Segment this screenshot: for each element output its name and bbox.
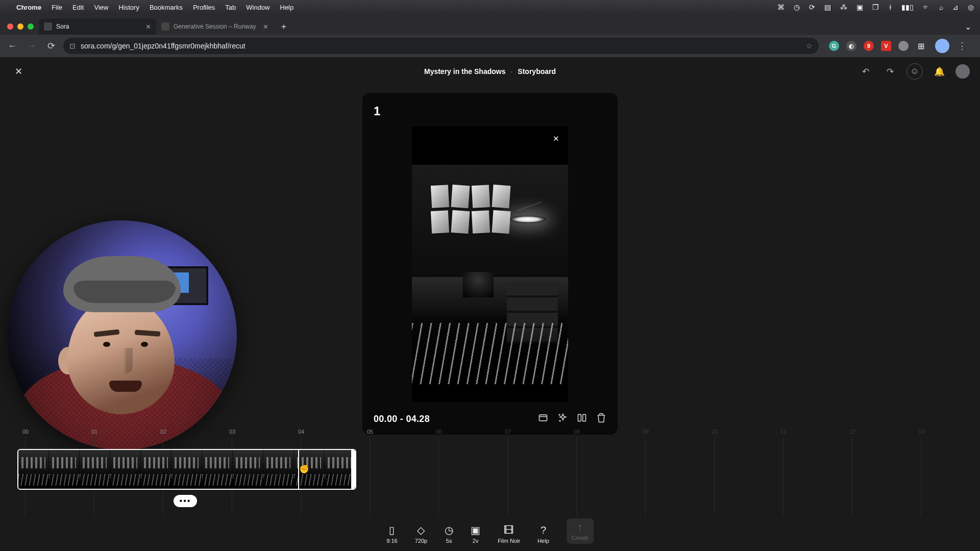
- clip-trim-handle-right[interactable]: [351, 450, 355, 489]
- nav-back-button[interactable]: ←: [5, 39, 19, 53]
- tab-close-icon[interactable]: ✕: [145, 23, 151, 31]
- card-enhance-button[interactable]: [557, 413, 568, 425]
- comments-button[interactable]: ☺: [906, 63, 923, 80]
- card-timecode: 00.00 - 04.28: [374, 414, 430, 424]
- menu-window[interactable]: Window: [246, 4, 270, 11]
- menu-help[interactable]: Help: [280, 4, 294, 11]
- close-editor-button[interactable]: ✕: [10, 63, 27, 80]
- resolution-button[interactable]: ◇ 720p: [415, 524, 427, 544]
- ruler-tick: 04: [298, 429, 304, 435]
- extension-icon[interactable]: 9: [864, 41, 874, 51]
- ruler-tick: 13: [918, 429, 924, 435]
- style-label: Film Noir: [498, 538, 520, 544]
- window-close-button[interactable]: [7, 23, 13, 30]
- cursor-icon[interactable]: ▣: [856, 3, 863, 11]
- timeline-ruler[interactable]: 00 01 02 03 04 05 06 07 08 09 10 11 12 1…: [0, 429, 980, 440]
- ruler-tick: 08: [574, 429, 580, 435]
- chrome-tabstrip: Sora ✕ Generative Session – Runway ✕ ＋ ⌄: [0, 14, 980, 35]
- card-delete-button[interactable]: [596, 413, 606, 425]
- tab-overflow-button[interactable]: ⌄: [961, 19, 975, 34]
- bookmark-star-icon[interactable]: ☆: [806, 42, 813, 50]
- storyboard-card: 1 ✕ 00.00 - 04.28: [362, 93, 618, 435]
- card-number: 1: [374, 104, 606, 118]
- editor-title: Mystery in the Shadows · Storyboard: [424, 67, 556, 76]
- ruler-tick: 07: [505, 429, 511, 435]
- favicon-icon: [161, 22, 169, 31]
- chrome-profile-avatar[interactable]: [935, 39, 949, 53]
- menubar-app-name[interactable]: Chrome: [16, 4, 41, 11]
- editor-header: ✕ Mystery in the Shadows · Storyboard ↶ …: [0, 57, 980, 86]
- wifi-icon[interactable]: ᯤ: [923, 3, 930, 11]
- clip-more-button[interactable]: •••: [174, 495, 197, 507]
- card-split-button[interactable]: [577, 413, 587, 425]
- menu-profiles[interactable]: Profiles: [193, 4, 215, 11]
- redo-button[interactable]: ↷: [882, 63, 898, 80]
- ruler-tick: 09: [643, 429, 649, 435]
- create-icon: ↑: [577, 521, 582, 533]
- chrome-toolbar: ← → ⟳ ⊡ sora.com/g/gen_01jepz0n41ffgsmr0…: [0, 35, 980, 57]
- battery-icon[interactable]: ▮▮▯: [901, 3, 914, 11]
- status-icon[interactable]: ⁂: [840, 3, 847, 11]
- chrome-menu-button[interactable]: ⋮: [958, 40, 967, 52]
- help-button[interactable]: ? Help: [537, 524, 549, 544]
- help-icon: ?: [541, 524, 546, 536]
- siri-icon[interactable]: ◎: [968, 3, 974, 11]
- variations-button[interactable]: ▣ 2v: [471, 524, 480, 544]
- style-preset-button[interactable]: 🎞 Film Noir: [498, 524, 520, 544]
- presenter-webcam: [7, 220, 237, 450]
- menu-tab[interactable]: Tab: [225, 4, 236, 11]
- nav-reload-button[interactable]: ⟳: [44, 39, 58, 53]
- new-tab-button[interactable]: ＋: [277, 19, 291, 34]
- clock-icon[interactable]: ◷: [794, 3, 800, 11]
- extension-icon[interactable]: ◐: [846, 41, 856, 51]
- timeline-clip[interactable]: ✊: [17, 449, 356, 490]
- spotlight-icon[interactable]: ⌕: [939, 3, 943, 11]
- status-icon[interactable]: ⌘: [777, 3, 785, 11]
- duration-label: 5s: [446, 538, 452, 544]
- status-icon[interactable]: ▤: [824, 3, 831, 11]
- menu-edit[interactable]: Edit: [72, 4, 84, 11]
- extension-icon[interactable]: V: [881, 41, 891, 51]
- window-zoom-button[interactable]: [28, 23, 34, 30]
- duration-icon: ◷: [445, 524, 453, 536]
- control-center-icon[interactable]: ⊿: [952, 3, 959, 11]
- address-bar[interactable]: ⊡ sora.com/g/gen_01jepz0n41ffgsmr0mejkhb…: [63, 38, 819, 54]
- undo-button[interactable]: ↶: [857, 63, 874, 80]
- remove-media-button[interactable]: ✕: [550, 133, 562, 145]
- create-button[interactable]: ↑ Create: [567, 518, 594, 544]
- ruler-tick: 02: [160, 429, 166, 435]
- tab-close-icon[interactable]: ✕: [263, 23, 268, 31]
- user-avatar[interactable]: [955, 64, 970, 79]
- site-info-icon[interactable]: ⊡: [69, 42, 76, 50]
- generation-bottom-bar: ▯ 9:16 ◇ 720p ◷ 5s ▣ 2v 🎞 Film Noir ? He…: [386, 518, 594, 544]
- bluetooth-icon[interactable]: ᚼ: [888, 3, 892, 11]
- menu-file[interactable]: File: [52, 4, 62, 11]
- card-preview[interactable]: ✕: [412, 127, 568, 402]
- svg-rect-0: [540, 415, 547, 421]
- window-minimize-button[interactable]: [17, 23, 23, 30]
- browser-tab[interactable]: Generative Session – Runway ✕: [156, 18, 274, 35]
- stage-manager-icon[interactable]: ❐: [872, 3, 879, 11]
- extensions-menu-icon[interactable]: ⊞: [916, 41, 926, 51]
- duration-button[interactable]: ◷ 5s: [445, 524, 453, 544]
- menu-history[interactable]: History: [118, 4, 139, 11]
- nav-forward-button[interactable]: →: [24, 39, 39, 53]
- notifications-button[interactable]: 🔔: [931, 63, 947, 80]
- ruler-tick: 00: [22, 429, 29, 435]
- macos-menubar: Chrome File Edit View History Bookmarks …: [0, 0, 980, 14]
- sora-editor: ✕ Mystery in the Shadows · Storyboard ↶ …: [0, 57, 980, 551]
- menu-bookmarks[interactable]: Bookmarks: [150, 4, 183, 11]
- ruler-tick: 06: [436, 429, 442, 435]
- timeline: 00 01 02 03 04 05 06 07 08 09 10 11 12 1…: [0, 429, 980, 515]
- extension-icon[interactable]: [898, 41, 909, 51]
- timeline-track[interactable]: ✊ •••: [0, 440, 980, 496]
- card-media-button[interactable]: [538, 413, 548, 425]
- browser-tab-active[interactable]: Sora ✕: [39, 18, 156, 35]
- ruler-tick: 11: [780, 429, 787, 435]
- menu-view[interactable]: View: [94, 4, 108, 11]
- aspect-ratio-button[interactable]: ▯ 9:16: [386, 524, 397, 544]
- extension-icon[interactable]: G: [829, 41, 839, 51]
- ruler-tick: 01: [91, 429, 97, 435]
- variations-label: 2v: [473, 538, 479, 544]
- status-icon[interactable]: ⟳: [809, 3, 815, 11]
